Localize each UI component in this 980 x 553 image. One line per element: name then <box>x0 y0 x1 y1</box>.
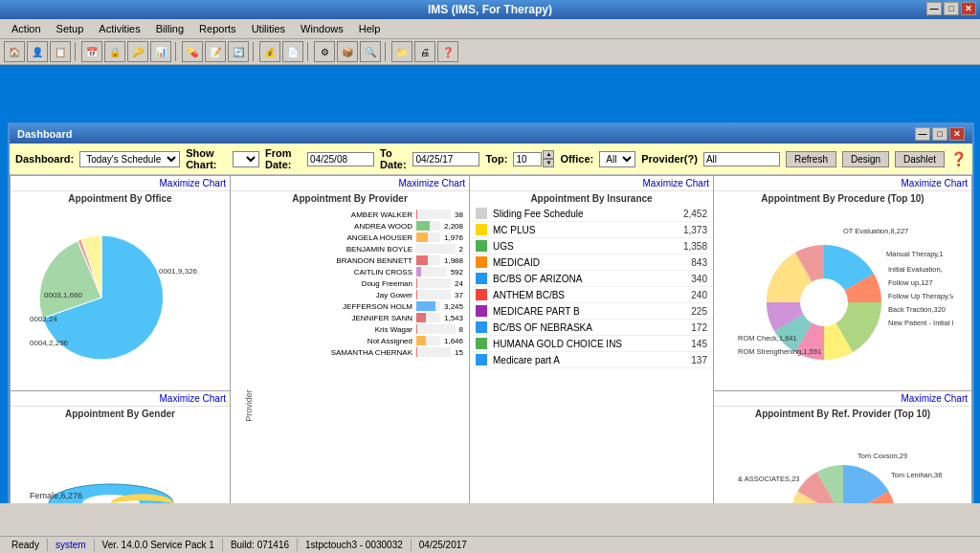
toolbar-btn-15[interactable]: 🔍 <box>360 41 381 62</box>
procedure-chart-panel: Maximize Chart Appointment By Procedure … <box>714 176 971 391</box>
toolbar-btn-2[interactable]: 👤 <box>27 41 48 62</box>
svg-text:0004,2,296: 0004,2,296 <box>30 339 69 347</box>
top-spinner[interactable]: ▲ ▼ <box>513 150 554 167</box>
gender-chart-panel: Maximize Chart Appointment By Gender <box>11 391 230 504</box>
app-title: IMS (IMS, For Therapy) <box>428 3 552 16</box>
insurance-color-box <box>476 224 487 235</box>
maximize-button[interactable]: □ <box>944 2 959 15</box>
toolbar-btn-11[interactable]: 💰 <box>259 41 280 62</box>
toolbar-btn-16[interactable]: 📁 <box>391 41 412 62</box>
toolbar-sep-4 <box>307 42 310 61</box>
dashboard-minimize[interactable]: — <box>915 127 930 141</box>
insurance-row: MEDICAID 843 <box>470 254 713 271</box>
gender-chart-container: Female,6,276 Male,6,188 <box>11 421 230 504</box>
bar-fill <box>416 255 428 265</box>
svg-text:Follow up,127: Follow up,127 <box>888 278 933 287</box>
bar-value: 38 <box>455 210 463 219</box>
insurance-value: 225 <box>691 306 707 317</box>
toolbar-btn-8[interactable]: 💊 <box>182 41 203 62</box>
bar-label: BRANDON BENNETT <box>326 256 412 265</box>
dashboard-maximize-btn[interactable]: □ <box>932 127 947 141</box>
insurance-maximize-link[interactable]: Maximize Chart <box>643 178 709 188</box>
toolbar-btn-17[interactable]: 🖨 <box>414 41 435 62</box>
to-date-input[interactable] <box>412 152 479 166</box>
insurance-color-box <box>476 240 487 252</box>
toolbar-btn-7[interactable]: 📊 <box>150 41 171 62</box>
bar-bg <box>416 347 451 357</box>
bar-label: Doug Freeman <box>326 279 412 288</box>
insurance-chart-title: Appointment By Insurance <box>470 191 713 206</box>
insurance-row: BC/BS OF NEBRASKA 172 <box>470 320 713 336</box>
dashboard-select[interactable]: Today's Schedule <box>79 151 180 167</box>
insurance-color-box <box>476 208 487 219</box>
menu-activities[interactable]: Activities <box>91 21 147 36</box>
provider-chart-title: Appointment By Provider <box>231 191 469 206</box>
insurance-value: 172 <box>691 322 707 333</box>
toolbar-btn-13[interactable]: ⚙ <box>314 41 335 62</box>
insurance-name: HUMANA GOLD CHOICE INS <box>493 339 691 349</box>
gender-maximize-link[interactable]: Maximize Chart <box>160 393 226 404</box>
provider-maximize-link[interactable]: Maximize Chart <box>399 178 465 188</box>
svg-text:Manual Therapy,1: Manual Therapy,1 <box>886 250 944 258</box>
provider-bar-row: JENNIFER SANN 1,543 <box>326 313 463 322</box>
bar-value: 2,208 <box>444 222 463 231</box>
provider-bar-row: Doug Freeman 24 <box>326 278 463 288</box>
toolbar-btn-3[interactable]: 📋 <box>50 41 71 62</box>
office-maximize-link[interactable]: Maximize Chart <box>160 178 226 188</box>
procedure-chart-container: OT Evaluation,8,227 Manual Therapy,1 Ini… <box>714 206 971 390</box>
close-button[interactable]: ✕ <box>961 2 976 15</box>
insurance-value: 340 <box>691 274 707 284</box>
provider-input[interactable] <box>703 152 780 166</box>
provider-bar-row: BRANDON BENNETT 1,988 <box>326 255 463 265</box>
insurance-name: UGS <box>493 241 683 252</box>
provider-bar-row: ANGELA HOUSER 1,976 <box>326 232 463 242</box>
toolbar-btn-5[interactable]: 🔒 <box>104 41 125 62</box>
spin-down[interactable]: ▼ <box>543 159 554 167</box>
dashboard-window: Dashboard — □ ✕ Dashboard: Today's Sched… <box>8 122 974 503</box>
toolbar-btn-4[interactable]: 📅 <box>81 41 102 62</box>
insurance-name: Medicare part A <box>493 355 691 365</box>
svg-text:0003,1,660: 0003,1,660 <box>44 291 83 299</box>
dashlet-button[interactable]: Dashlet <box>895 151 945 167</box>
toolbar-btn-6[interactable]: 🔑 <box>127 41 148 62</box>
bar-fill <box>416 313 426 322</box>
help-icon[interactable]: ❓ <box>950 151 967 166</box>
menu-setup[interactable]: Setup <box>49 21 92 36</box>
provider-bar-row: AMBER WALKER 38 <box>326 210 463 219</box>
svg-point-13 <box>800 278 848 326</box>
insurance-name: MC PLUS <box>493 225 683 235</box>
from-date-input[interactable] <box>307 152 374 166</box>
procedure-maximize-link[interactable]: Maximize Chart <box>902 178 968 188</box>
top-input[interactable] <box>513 152 542 166</box>
office-label: Office: <box>560 153 593 165</box>
toolbar-btn-12[interactable]: 📄 <box>282 41 303 62</box>
minimize-button[interactable]: — <box>926 2 942 15</box>
svg-text:New Patient - Initial Ev: New Patient - Initial Ev <box>888 319 953 327</box>
menu-windows[interactable]: Windows <box>293 21 351 36</box>
ref-provider-maximize-link[interactable]: Maximize Chart <box>902 393 968 404</box>
dashboard-close[interactable]: ✕ <box>949 127 965 141</box>
toolbar-btn-18[interactable]: ❓ <box>437 41 458 62</box>
toolbar-btn-10[interactable]: 🔄 <box>228 41 249 62</box>
insurance-list: Sliding Fee Schedule 2,452 MC PLUS 1,373… <box>470 206 713 503</box>
bar-value: 37 <box>455 291 463 299</box>
menu-reports[interactable]: Reports <box>191 21 244 36</box>
svg-text:ROM Check,1,641: ROM Check,1,641 <box>738 334 797 343</box>
toolbar-btn-1[interactable]: 🏠 <box>4 41 25 62</box>
bar-value: 15 <box>455 348 463 357</box>
office-select[interactable]: All <box>599 151 635 167</box>
gender-donut-chart: Female,6,276 Male,6,188 <box>25 441 216 503</box>
bar-bg <box>416 324 456 334</box>
menu-help[interactable]: Help <box>351 21 389 36</box>
insurance-name: Sliding Fee Schedule <box>493 209 683 219</box>
refresh-button[interactable]: Refresh <box>786 151 836 167</box>
design-button[interactable]: Design <box>842 151 889 167</box>
bar-fill <box>416 301 435 311</box>
menu-billing[interactable]: Billing <box>148 21 191 36</box>
spin-up[interactable]: ▲ <box>543 150 554 159</box>
menu-action[interactable]: Action <box>4 21 49 36</box>
toolbar-btn-9[interactable]: 📝 <box>205 41 226 62</box>
toolbar-btn-14[interactable]: 📦 <box>337 41 358 62</box>
show-chart-select[interactable] <box>233 151 259 167</box>
menu-utilities[interactable]: Utilities <box>244 21 293 36</box>
